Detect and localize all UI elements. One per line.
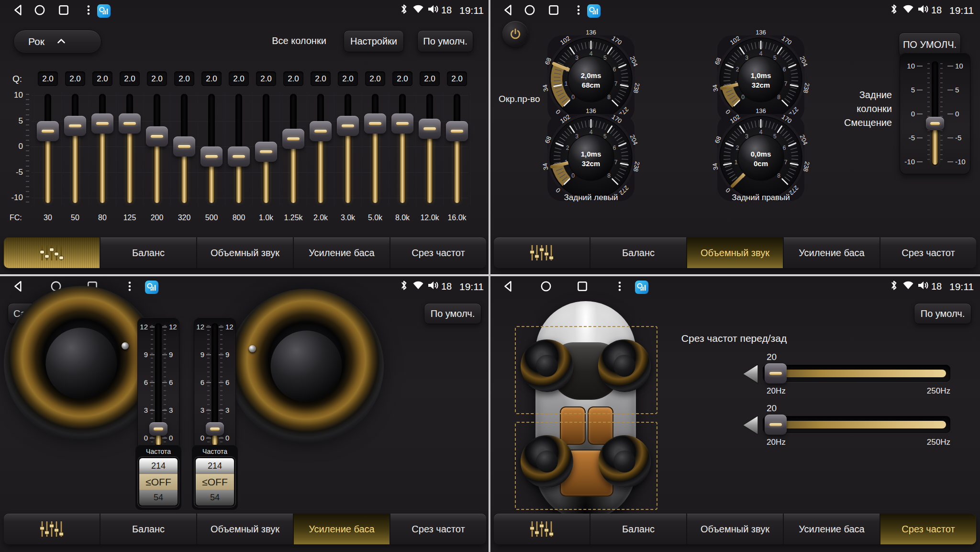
q-value[interactable]: 2.0 <box>392 71 412 86</box>
settings-button[interactable]: Настройки <box>344 30 404 52</box>
eq-slider-thumb[interactable] <box>282 129 304 149</box>
tab-crossover[interactable]: Срез частот <box>390 514 486 544</box>
crossover-slider-thumb[interactable] <box>765 415 787 435</box>
q-value[interactable]: 2.0 <box>120 71 140 86</box>
rear-left-speaker-icon <box>521 435 573 488</box>
tab-crossover[interactable]: Срез частот <box>390 237 486 268</box>
eq-slider-thumb[interactable] <box>173 136 195 157</box>
crossover-default-button[interactable]: По умолч. <box>914 303 971 324</box>
equalizer-app-icon[interactable] <box>97 4 111 20</box>
tab-balance[interactable]: Баланс <box>590 514 686 544</box>
eq-slider-thumb[interactable] <box>200 146 223 167</box>
tab-equalizer[interactable] <box>494 237 590 268</box>
recents-square-icon[interactable] <box>576 280 589 294</box>
eq-slider-thumb[interactable] <box>64 116 86 136</box>
tab-balance[interactable]: Баланс <box>100 237 196 268</box>
tab-crossover[interactable]: Срез частот <box>880 237 976 268</box>
offset-slider-thumb[interactable] <box>926 117 944 130</box>
picker-value-below[interactable]: 54 <box>139 490 178 506</box>
frequency-picker[interactable]: 214≤OFF54 <box>195 457 235 507</box>
frequency-picker[interactable]: 214≤OFF54 <box>138 457 178 507</box>
q-value[interactable]: 2.0 <box>174 71 194 86</box>
recents-square-icon[interactable] <box>57 4 70 18</box>
gain-scale-label: 0 <box>7 142 23 151</box>
eq-slider-thumb[interactable] <box>364 113 386 134</box>
scale-label: 6 <box>196 378 204 386</box>
crossover-slider-thumb[interactable] <box>765 363 787 383</box>
q-value[interactable]: 2.0 <box>65 71 85 86</box>
tab-equalizer[interactable] <box>4 237 100 268</box>
home-circle-icon[interactable] <box>33 4 46 18</box>
back-icon[interactable] <box>12 4 25 18</box>
equalizer-app-icon[interactable] <box>635 280 649 296</box>
menu-dots-icon[interactable] <box>82 4 95 18</box>
eq-slider-thumb[interactable] <box>228 146 250 167</box>
home-circle-icon[interactable] <box>540 280 552 294</box>
svg-text:136: 136 <box>756 29 766 36</box>
back-icon[interactable] <box>12 280 25 294</box>
q-value[interactable]: 2.0 <box>420 71 440 86</box>
eq-slider-thumb[interactable] <box>91 113 113 134</box>
eq-slider-thumb[interactable] <box>119 113 141 134</box>
picker-value-below[interactable]: 54 <box>196 490 234 506</box>
tab-balance[interactable]: Баланс <box>590 237 686 268</box>
q-value[interactable]: 2.0 <box>338 71 358 86</box>
equalizer-app-icon[interactable] <box>145 280 159 296</box>
tab-bass-boost[interactable]: Усиление баса <box>783 237 880 268</box>
tab-bass-boost[interactable]: Усиление баса <box>783 514 880 544</box>
offset-slider-thumb[interactable] <box>149 422 167 436</box>
eq-slider-thumb[interactable] <box>337 116 359 136</box>
preset-dropdown[interactable]: Рок <box>13 30 101 54</box>
offset-slider-thumb[interactable] <box>206 422 224 436</box>
picker-value-selected[interactable]: ≤OFF <box>196 474 234 490</box>
eq-slider-thumb[interactable] <box>391 113 413 134</box>
tab-equalizer[interactable] <box>494 514 590 544</box>
q-value[interactable]: 2.0 <box>365 71 385 86</box>
scale-label: 9 <box>169 350 178 359</box>
power-button[interactable] <box>502 21 528 47</box>
picker-value-selected[interactable]: ≤OFF <box>139 474 178 490</box>
q-value[interactable]: 2.0 <box>38 71 58 86</box>
tab-surround[interactable]: Объемный звук <box>686 237 783 268</box>
recents-square-icon[interactable] <box>547 4 560 18</box>
equalizer-app-icon[interactable] <box>587 4 601 20</box>
q-value[interactable]: 2.0 <box>256 71 276 86</box>
eq-default-button[interactable]: По умолч. <box>417 30 473 52</box>
back-icon[interactable] <box>502 4 515 18</box>
eq-slider-thumb[interactable] <box>419 119 441 139</box>
eq-slider-thumb[interactable] <box>255 142 277 162</box>
q-value[interactable]: 2.0 <box>447 71 467 86</box>
svg-text:68cm: 68cm <box>582 81 600 89</box>
q-value[interactable]: 2.0 <box>201 71 222 86</box>
tab-balance[interactable]: Баланс <box>100 514 196 544</box>
back-icon[interactable] <box>502 280 515 294</box>
menu-dots-icon[interactable] <box>572 4 585 18</box>
picker-value-above[interactable]: 214 <box>139 458 178 474</box>
menu-dots-icon[interactable] <box>123 280 136 294</box>
scale-label: 10 <box>955 62 969 70</box>
q-value[interactable]: 2.0 <box>229 71 249 86</box>
menu-dots-icon[interactable] <box>613 280 626 294</box>
tab-bass-boost[interactable]: Усиление баса <box>293 514 390 544</box>
tab-surround[interactable]: Объемный звук <box>196 514 293 544</box>
q-value[interactable]: 2.0 <box>92 71 112 86</box>
q-value[interactable]: 2.0 <box>283 71 303 86</box>
tab-surround[interactable]: Объемный звук <box>686 514 783 544</box>
q-value[interactable]: 2.0 <box>147 71 167 86</box>
eq-slider-thumb[interactable] <box>37 121 59 141</box>
q-value[interactable]: 2.0 <box>311 71 331 86</box>
bass-default-button[interactable]: По умолч. <box>424 303 481 324</box>
svg-text:34: 34 <box>541 162 550 170</box>
status-bar: 1819:11 <box>0 0 490 21</box>
tab-surround[interactable]: Объемный звук <box>196 237 293 268</box>
tab-equalizer[interactable] <box>4 514 100 544</box>
picker-value-above[interactable]: 214 <box>196 458 234 474</box>
tab-crossover[interactable]: Срез частот <box>880 514 976 544</box>
tab-bass-boost[interactable]: Усиление баса <box>293 237 390 268</box>
crossover-value: 20 <box>767 403 777 414</box>
eq-slider-thumb[interactable] <box>310 121 332 141</box>
eq-slider-thumb[interactable] <box>146 126 168 146</box>
all-speakers-label[interactable]: Все колонки <box>258 35 340 46</box>
eq-slider-thumb[interactable] <box>446 121 468 141</box>
home-circle-icon[interactable] <box>523 4 536 18</box>
